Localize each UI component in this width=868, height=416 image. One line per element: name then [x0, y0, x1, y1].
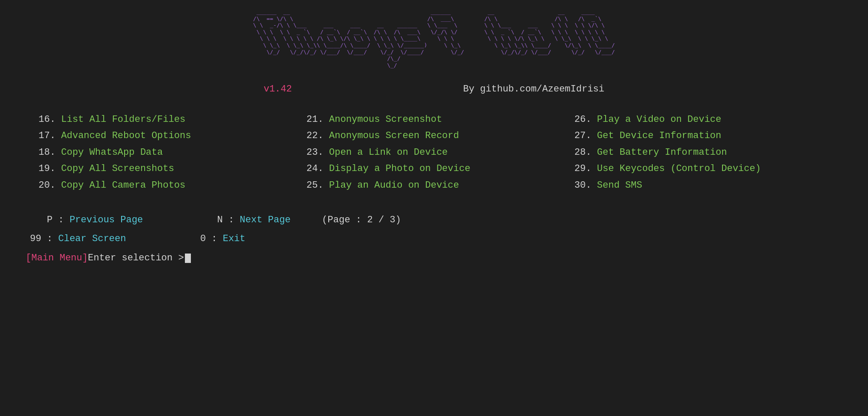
item-number: 23. — [306, 147, 324, 158]
list-item[interactable]: 19. Copy All Screenshots — [39, 161, 306, 177]
exit-key: 0 — [200, 233, 206, 244]
ascii-header: ______ __ ______ __ __ ____ /\ == \/\ \ … — [26, 9, 842, 76]
controls-row: 99 : Clear Screen 0 : Exit — [30, 230, 842, 248]
item-number: 20. — [39, 180, 56, 191]
item-number: 26. — [574, 114, 592, 125]
prev-page-label[interactable]: Previous Page — [69, 215, 143, 225]
item-number: 30. — [574, 180, 592, 191]
item-label: Open a Link on Device — [329, 147, 448, 158]
menu-column-1: 16. List All Folders/Files17. Advanced R… — [39, 112, 306, 194]
version-text: v1.42 — [264, 84, 292, 94]
list-item[interactable]: 18. Copy WhatsApp Data — [39, 145, 306, 161]
item-number: 19. — [39, 163, 56, 174]
item-label: Anonymous Screenshot — [329, 114, 442, 125]
item-number: 17. — [39, 130, 56, 141]
author-text: By github.com/AzeemIdrisi — [463, 84, 604, 94]
version-author-line: v1.42 By github.com/AzeemIdrisi — [26, 84, 842, 94]
list-item[interactable]: 29. Use Keycodes (Control Device) — [574, 161, 842, 177]
ascii-art-text: ______ __ ______ __ __ ____ /\ == \/\ \ … — [253, 9, 615, 75]
item-number: 16. — [39, 114, 56, 125]
page-navigation-row: P : Previous Page N : Next Page (Page : … — [30, 211, 842, 230]
menu-column-2: 21. Anonymous Screenshot22. Anonymous Sc… — [306, 112, 574, 194]
list-item[interactable]: 20. Copy All Camera Photos — [39, 177, 306, 194]
item-number: 27. — [574, 130, 592, 141]
prompt-text: Enter selection > — [88, 253, 184, 263]
list-item[interactable]: 27. Get Device Information — [574, 128, 842, 145]
next-key-label: N — [217, 215, 223, 225]
navigation-section: P : Previous Page N : Next Page (Page : … — [26, 211, 842, 248]
prev-key — [30, 215, 47, 225]
item-label: Get Device Information — [597, 130, 721, 141]
item-label: Send SMS — [597, 180, 642, 191]
prev-key-label: P — [47, 215, 53, 225]
item-label: Get Battery Information — [597, 147, 727, 158]
item-number: 18. — [39, 147, 56, 158]
list-item[interactable]: 21. Anonymous Screenshot — [306, 112, 574, 128]
prompt-row: [Main Menu] Enter selection > — [26, 253, 842, 263]
list-item[interactable]: 25. Play an Audio on Device — [306, 177, 574, 194]
item-number: 29. — [574, 163, 592, 174]
list-item[interactable]: 16. List All Folders/Files — [39, 112, 306, 128]
item-label: Advanced Reboot Options — [61, 130, 191, 141]
list-item[interactable]: 22. Anonymous Screen Record — [306, 128, 574, 145]
cursor-block — [185, 254, 191, 263]
menu-container: 16. List All Folders/Files17. Advanced R… — [26, 112, 842, 194]
list-item[interactable]: 24. Display a Photo on Device — [306, 161, 574, 177]
item-label: Play a Video on Device — [597, 114, 721, 125]
item-label: Use Keycodes (Control Device) — [597, 163, 761, 174]
list-item[interactable]: 30. Send SMS — [574, 177, 842, 194]
menu-column-3: 26. Play a Video on Device27. Get Device… — [574, 112, 842, 194]
item-number: 24. — [306, 163, 324, 174]
list-item[interactable]: 23. Open a Link on Device — [306, 145, 574, 161]
item-label: Anonymous Screen Record — [329, 130, 459, 141]
item-number: 22. — [306, 130, 324, 141]
clear-screen-label[interactable]: Clear Screen — [58, 233, 126, 244]
item-number: 28. — [574, 147, 592, 158]
list-item[interactable]: 26. Play a Video on Device — [574, 112, 842, 128]
item-label: Copy All Screenshots — [61, 163, 174, 174]
item-number: 21. — [306, 114, 324, 125]
list-item[interactable]: 17. Advanced Reboot Options — [39, 128, 306, 145]
prompt-menu-tag: [Main Menu] — [26, 253, 88, 263]
item-label: Play an Audio on Device — [329, 180, 459, 191]
clear-key: 99 — [30, 233, 41, 244]
exit-label[interactable]: Exit — [223, 233, 245, 244]
item-label: Copy All Camera Photos — [61, 180, 185, 191]
item-label: List All Folders/Files — [61, 114, 185, 125]
item-label: Copy WhatsApp Data — [61, 147, 163, 158]
item-number: 25. — [306, 180, 324, 191]
page-info: (Page : 2 / 3) — [322, 215, 401, 225]
next-page-label[interactable]: Next Page — [240, 215, 291, 225]
item-label: Display a Photo on Device — [329, 163, 470, 174]
list-item[interactable]: 28. Get Battery Information — [574, 145, 842, 161]
